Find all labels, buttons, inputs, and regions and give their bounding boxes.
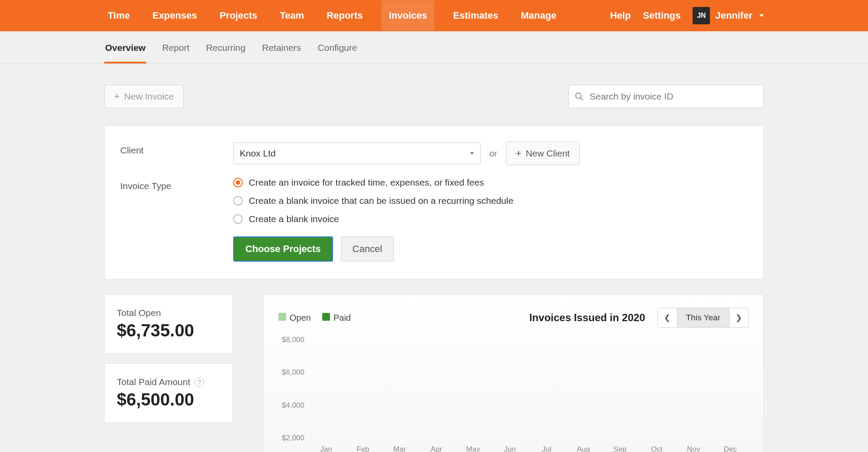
x-tick: Nov <box>675 445 712 452</box>
client-label: Client <box>120 142 233 156</box>
invoice-type-option-1[interactable]: Create a blank invoice that can be issue… <box>233 196 513 206</box>
new-client-button[interactable]: + New Client <box>506 142 580 165</box>
client-select-value: Knox Ltd <box>240 148 276 159</box>
nav-help[interactable]: Help <box>610 10 631 21</box>
legend-paid-label: Paid <box>333 313 351 322</box>
nav-item-invoices[interactable]: Invoices <box>382 0 434 31</box>
chart-plot: $8,000$6,000$4,000$2,000 JanFebMarAprMay… <box>308 336 749 452</box>
legend-swatch-open <box>278 313 286 321</box>
range-prev-button[interactable]: ❮ <box>658 308 677 327</box>
nav-item-expenses[interactable]: Expenses <box>149 0 201 31</box>
or-text: or <box>489 149 497 159</box>
plus-icon: + <box>114 92 120 101</box>
tab-overview[interactable]: Overview <box>104 31 146 63</box>
nav-item-time[interactable]: Time <box>104 0 133 31</box>
invoices-chart-card: Open Paid Invoices Issued in 2020 ❮ This… <box>263 294 764 452</box>
client-select[interactable]: Knox Ltd <box>233 143 481 164</box>
sub-tabs: OverviewReportRecurringRetainersConfigur… <box>0 31 868 64</box>
x-tick: Jul <box>528 445 565 452</box>
range-next-button[interactable]: ❯ <box>729 308 748 327</box>
radio-icon <box>233 178 243 187</box>
y-tick: $2,000 <box>282 434 304 442</box>
svg-point-0 <box>576 93 581 99</box>
avatar: JN <box>693 7 710 24</box>
chevron-down-icon <box>759 14 764 17</box>
choose-projects-button[interactable]: Choose Projects <box>233 236 333 262</box>
chevron-down-icon <box>470 152 474 155</box>
x-tick: Mar <box>381 445 418 452</box>
tab-retainers[interactable]: Retainers <box>261 31 302 63</box>
tab-configure[interactable]: Configure <box>317 31 358 63</box>
y-tick: $8,000 <box>282 336 304 344</box>
legend-open-label: Open <box>290 313 311 322</box>
invoice-type-option-2[interactable]: Create a blank invoice <box>233 214 513 224</box>
radio-label: Create an invoice for tracked time, expe… <box>249 177 484 188</box>
x-tick: Apr <box>418 445 455 452</box>
user-name: Jennifer <box>715 10 752 21</box>
nav-item-estimates[interactable]: Estimates <box>450 0 502 31</box>
new-invoice-label: New Invoice <box>124 91 174 102</box>
radio-icon <box>233 196 243 206</box>
new-invoice-form: Client Knox Ltd or + New Client Invoice … <box>104 126 764 279</box>
cancel-button[interactable]: Cancel <box>341 236 394 262</box>
chart-title: Invoices Issued in 2020 <box>529 312 645 324</box>
user-menu[interactable]: JN Jennifer <box>693 7 764 24</box>
total-paid-value: $6,500.00 <box>117 390 220 409</box>
nav-settings[interactable]: Settings <box>643 10 681 21</box>
help-icon[interactable]: ? <box>195 377 204 387</box>
radio-label: Create a blank invoice that can be issue… <box>249 196 513 206</box>
total-paid-card: Total Paid Amount ? $6,500.00 <box>104 363 233 423</box>
tab-recurring[interactable]: Recurring <box>205 31 246 63</box>
new-client-label: New Client <box>526 148 570 159</box>
invoice-type-label: Invoice Type <box>120 177 233 191</box>
tab-report[interactable]: Report <box>161 31 190 63</box>
plus-icon: + <box>516 149 521 158</box>
y-tick: $4,000 <box>282 401 304 410</box>
search-icon <box>574 92 584 101</box>
x-tick: Dec <box>712 445 749 452</box>
radio-label: Create a blank invoice <box>249 214 339 224</box>
total-paid-label: Total Paid Amount <box>117 377 190 387</box>
nav-item-projects[interactable]: Projects <box>216 0 261 31</box>
total-open-value: $6,735.00 <box>117 321 220 340</box>
radio-icon <box>233 214 243 224</box>
x-tick: Aug <box>565 445 602 452</box>
x-tick: Sep <box>602 445 639 452</box>
svg-line-1 <box>581 98 583 100</box>
invoice-type-option-0[interactable]: Create an invoice for tracked time, expe… <box>233 177 513 188</box>
x-tick: Jan <box>308 445 345 452</box>
legend-swatch-paid <box>322 313 330 321</box>
nav-item-team[interactable]: Team <box>277 0 308 31</box>
search-input[interactable] <box>568 85 764 108</box>
x-tick: Jun <box>492 445 528 452</box>
y-tick: $6,000 <box>282 368 304 377</box>
total-open-card: Total Open $6,735.00 <box>104 294 233 354</box>
chart-legend: Open Paid <box>278 313 351 323</box>
range-picker: ❮ This Year ❯ <box>657 308 749 328</box>
total-open-label: Total Open <box>117 308 220 318</box>
nav-item-reports[interactable]: Reports <box>323 0 366 31</box>
x-tick: Oct <box>638 445 675 452</box>
nav-item-manage[interactable]: Manage <box>517 0 560 31</box>
new-invoice-button[interactable]: + New Invoice <box>104 85 184 108</box>
x-tick: Feb <box>345 445 382 452</box>
range-label[interactable]: This Year <box>677 308 729 327</box>
x-tick: May <box>455 445 492 452</box>
top-nav: TimeExpensesProjectsTeamReportsInvoicesE… <box>0 0 868 31</box>
